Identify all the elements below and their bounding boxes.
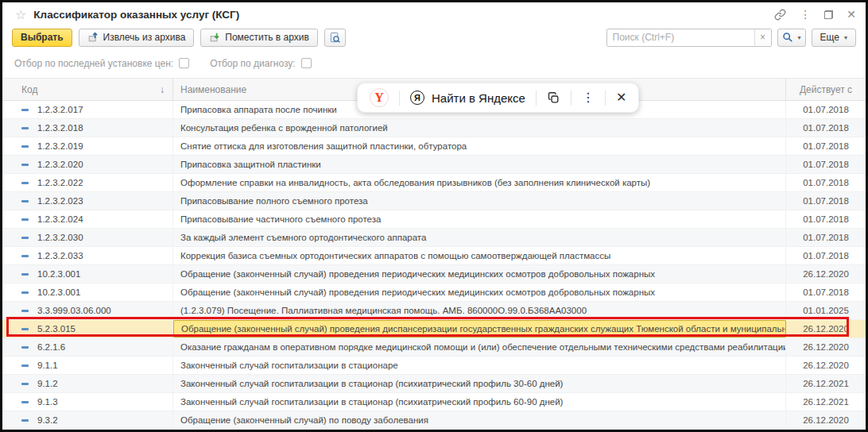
put-to-archive-button[interactable]: Поместить в архив (200, 29, 318, 47)
favorite-star-icon[interactable]: ☆ (15, 7, 26, 22)
list-item-marker-icon (21, 346, 29, 349)
cell-valid-from: 01.07.2018 (786, 123, 866, 133)
table: Код ↓ Наименование Действует с 1.2.3.2.0… (2, 79, 866, 430)
cell-valid-from: 01.07.2018 (786, 160, 866, 169)
search-field-wrap: × (606, 29, 772, 47)
cell-code: 9.1.2 (37, 379, 58, 388)
table-row[interactable]: 9.3.2 Обращение (законченный случай) по … (2, 411, 866, 430)
filter-diagnosis-checkbox[interactable] (301, 58, 312, 68)
cell-name: Обращение (законченный случай) проведени… (173, 265, 786, 283)
cell-code: 6.2.1.6 (37, 342, 65, 352)
more-button[interactable]: Еще ▾ (812, 29, 856, 47)
search-group: × ▾ Еще ▾ (606, 29, 856, 47)
table-row[interactable]: 1.2.3.2.018 Консультация ребенка с врожд… (2, 119, 866, 137)
list-item-marker-icon (21, 364, 29, 367)
cell-code: 1.2.3.2.020 (37, 160, 83, 169)
cell-valid-from: 01.07.2018 (786, 141, 866, 151)
search-icon (782, 32, 793, 43)
find-in-yandex-button[interactable]: Я Найти в Яндексе (410, 91, 525, 105)
cell-name: Консультация ребенка с врожденной патоло… (173, 119, 786, 137)
put-to-archive-label: Поместить в архив (225, 32, 309, 43)
cell-valid-from: 26.12.2020 (786, 415, 866, 425)
list-item-marker-icon (21, 383, 29, 385)
cell-code-wrap: 1.2.3.2.022 (2, 174, 173, 191)
table-row[interactable]: 1.2.3.2.019 Снятие оттиска для изготовле… (2, 137, 866, 156)
yandex-search-icon: Я (410, 91, 424, 105)
popup-close-icon[interactable]: ✕ (616, 91, 626, 104)
page-title: Классификатор оказанных услуг (КСГ) (33, 9, 239, 21)
table-row[interactable]: 1.2.3.2.022 Оформление справки на инвали… (2, 174, 866, 192)
filter-last-price-checkbox[interactable] (179, 58, 189, 68)
cell-valid-from: 26.12.2020 (786, 342, 866, 352)
cell-code-wrap: 5.2.3.015 (2, 320, 173, 338)
table-row[interactable]: 6.2.1.6 Оказание гражданам в оперативном… (2, 338, 866, 357)
clear-search-icon[interactable]: × (754, 29, 771, 46)
cell-valid-from: 01.07.2018 (786, 178, 866, 187)
list-item-marker-icon (21, 291, 29, 294)
filter-diagnosis-label: Отбор по диагнозу: (210, 58, 296, 69)
yandex-popup: Y Я Найти в Яндексе ⋮ ✕ (357, 83, 639, 113)
cell-code: 1.2.3.2.023 (37, 196, 83, 206)
popup-menu-icon[interactable]: ⋮ (582, 91, 595, 104)
cell-valid-from: 26.12.2020 (786, 324, 866, 334)
list-item-marker-icon (21, 237, 29, 239)
cell-code-wrap: 10.2.3.001 (2, 284, 173, 301)
archive-put-icon (209, 32, 220, 43)
table-row[interactable]: 3.3.999.03.06.000 (1.2.3.079) Посещение.… (2, 302, 866, 320)
app-window: ☆ Классификатор оказанных услуг (КСГ) ⋮ … (0, 0, 868, 432)
list-item-marker-icon (21, 218, 29, 221)
cell-code-wrap: 1.2.3.2.017 (2, 101, 173, 118)
yandex-browser-letter: Y (374, 91, 384, 105)
copy-icon[interactable] (547, 91, 560, 105)
cell-valid-from: 26.12.2020 (786, 361, 866, 370)
cell-code: 9.1.3 (37, 397, 58, 407)
list-item-marker-icon (21, 145, 29, 148)
cell-code-wrap: 9.1.3 (2, 393, 173, 411)
link-icon[interactable] (774, 9, 786, 21)
table-row[interactable]: 1.2.3.2.033 Коррекция базиса съемных орт… (2, 247, 866, 265)
table-row[interactable]: 10.2.3.001 Обращение (законченный случай… (2, 265, 866, 284)
column-header-name-label: Наименование (180, 84, 246, 95)
cell-code-wrap: 10.2.3.001 (2, 265, 173, 283)
list-item-marker-icon (21, 328, 29, 330)
table-row[interactable]: 1.2.3.2.030 За каждый элемент съемного о… (2, 229, 866, 247)
table-row[interactable]: 10.2.3.001 Обращение (законченный случай… (2, 284, 866, 302)
cell-code-wrap: 1.2.3.2.030 (2, 229, 173, 246)
table-row[interactable]: 1.2.3.2.024 Припасовывание частичного съ… (2, 210, 866, 229)
table-row[interactable]: 1.2.3.2.023 Припасовывание полного съемн… (2, 192, 866, 210)
table-row[interactable]: 9.1.1 Законченный случай госпитализации … (2, 357, 866, 375)
cell-code: 9.1.1 (37, 361, 58, 370)
search-input[interactable] (607, 29, 754, 46)
search-menu-button[interactable]: ▾ (777, 29, 806, 47)
more-caret-icon: ▾ (844, 34, 847, 41)
preview-button[interactable] (324, 29, 346, 47)
cell-name: Обращение (законченный случай) по поводу… (173, 411, 786, 429)
table-row[interactable]: 9.1.3 Законченный случай госпитализации … (2, 393, 866, 411)
cell-code: 1.2.3.2.017 (37, 105, 83, 114)
column-header-valid-from[interactable]: Действует с (786, 84, 866, 95)
cell-code-wrap: 1.2.3.2.024 (2, 210, 173, 228)
select-button[interactable]: Выбрать (12, 29, 72, 47)
kebab-menu-icon[interactable]: ⋮ (800, 9, 811, 20)
table-row[interactable]: 5.2.3.015 Обращение (законченный случай)… (2, 320, 866, 338)
column-header-code[interactable]: Код ↓ (2, 79, 173, 100)
cell-valid-from: 01.01.2025 (786, 306, 866, 315)
list-item-marker-icon (21, 200, 29, 202)
cell-name: Законченный случай госпитализации в стац… (173, 357, 786, 374)
cell-code: 9.3.2 (37, 415, 58, 425)
restore-window-icon[interactable] (824, 10, 833, 19)
extract-from-archive-button[interactable]: Извлечь из архива (79, 29, 195, 47)
popup-divider (399, 91, 400, 106)
yandex-browser-logo-icon[interactable]: Y (370, 88, 389, 107)
table-row[interactable]: 9.1.2 Законченный случай госпитализации … (2, 375, 866, 393)
find-in-yandex-label: Найти в Яндексе (432, 91, 525, 105)
cell-name: Коррекция базиса съемных ортодонтических… (173, 247, 786, 264)
table-row[interactable]: 1.2.3.2.020 Припасовка защитной пластинк… (2, 156, 866, 174)
list-item-marker-icon (21, 182, 29, 184)
cell-code: 10.2.3.001 (37, 269, 80, 279)
cell-valid-from: 01.07.2018 (786, 287, 866, 297)
close-window-icon[interactable]: ✕ (847, 9, 856, 20)
cell-code: 1.2.3.2.033 (37, 251, 83, 260)
cell-valid-from: 26.12.2020 (786, 269, 866, 279)
cell-code: 5.2.3.015 (37, 324, 76, 334)
